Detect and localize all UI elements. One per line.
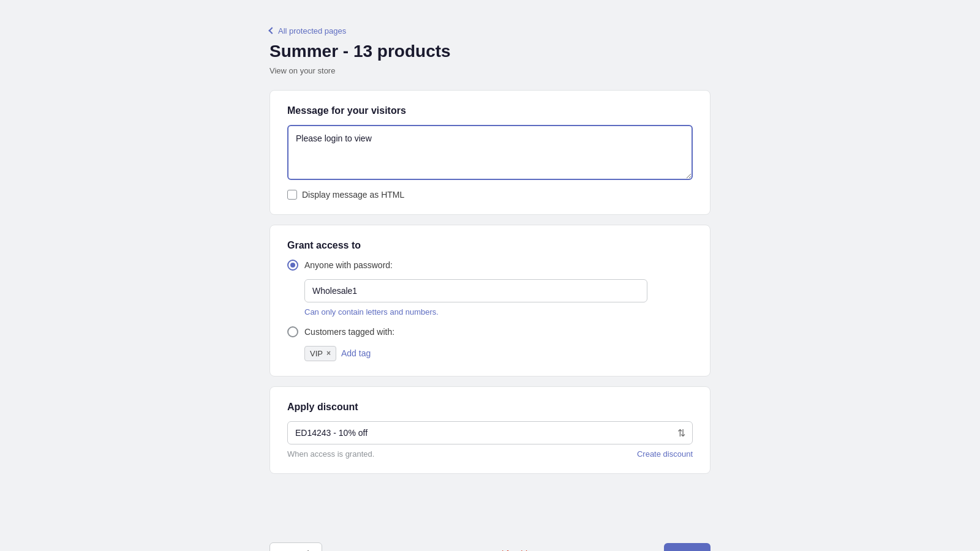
chevron-left-icon [268,27,275,34]
radio-customers-tagged-label: Customers tagged with: [304,327,394,337]
discount-section-title: Apply discount [287,402,693,413]
message-section: Message for your visitors Please login t… [270,91,710,214]
radio-anyone-password-label: Anyone with password: [304,260,393,270]
radio-customers-tagged-input[interactable] [287,326,298,337]
password-input-wrapper [304,279,693,302]
save-button[interactable]: Save [664,543,710,552]
remove-password-button[interactable]: Remove password for this page [432,549,553,552]
access-card: Grant access to Anyone with password: Ca… [270,225,710,377]
discount-card: Apply discount None ED14243 - 10% off SU… [270,386,710,474]
page-title: Summer - 13 products [270,42,710,61]
discount-footer: When access is granted. Create discount [287,449,693,459]
discount-section: Apply discount None ED14243 - 10% off SU… [270,387,710,473]
vip-tag-remove[interactable]: × [326,350,331,357]
discount-hint: When access is granted. [287,449,374,459]
add-tag-button[interactable]: Add tag [341,348,371,358]
discount-select-wrapper: None ED14243 - 10% off SUMMER20 - 20% of… [287,421,693,444]
password-input[interactable] [304,279,647,302]
message-card: Message for your visitors Please login t… [270,90,710,215]
discount-select[interactable]: None ED14243 - 10% off SUMMER20 - 20% of… [287,421,693,444]
radio-anyone-password[interactable]: Anyone with password: [287,260,693,271]
password-hint: Can only contain letters and numbers. [304,307,693,317]
radio-customers-tagged[interactable]: Customers tagged with: [287,326,693,337]
breadcrumb-link[interactable]: All protected pages [270,26,346,36]
cancel-button[interactable]: Cancel [270,542,322,552]
view-store-link[interactable]: View on your store [270,66,335,75]
access-section-title: Grant access to [287,240,693,251]
access-section: Grant access to Anyone with password: Ca… [270,225,710,376]
display-html-checkbox[interactable] [287,190,297,200]
create-discount-link[interactable]: Create discount [637,449,693,459]
tag-label: VIP [310,349,323,358]
message-textarea[interactable]: Please login to view [287,125,693,180]
vip-tag: VIP × [304,346,336,361]
html-checkbox-label[interactable]: Display message as HTML [302,190,404,200]
html-checkbox-row: Display message as HTML [287,190,693,200]
message-section-title: Message for your visitors [287,105,693,116]
tag-row: VIP × Add tag [304,346,693,361]
radio-anyone-password-input[interactable] [287,260,298,271]
footer-actions: Cancel Remove password for this page Sav… [257,533,723,552]
breadcrumb-label: All protected pages [278,26,346,36]
